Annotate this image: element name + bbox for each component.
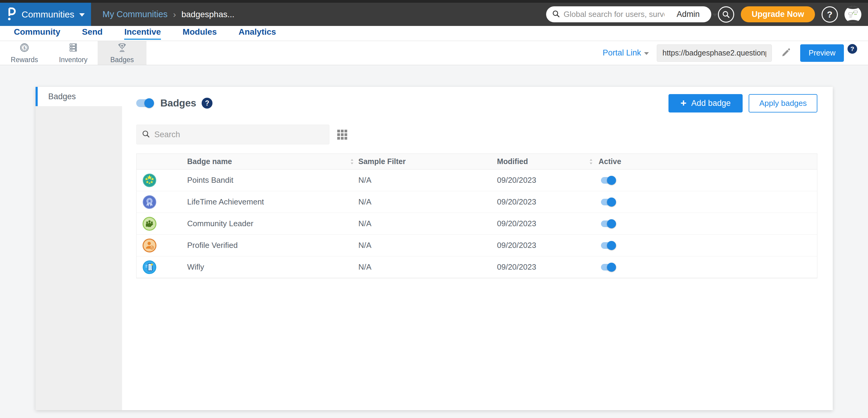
active-toggle[interactable] xyxy=(601,242,615,249)
navbar-right-cluster: Admin Upgrade Now ? xyxy=(546,6,868,23)
edit-url-button[interactable] xyxy=(780,46,792,60)
table-header: Badge name Sample Filter Modified Active xyxy=(136,154,817,170)
search-icon xyxy=(142,130,150,139)
tab-badges[interactable]: Badges xyxy=(98,41,147,65)
badges-card: Badges Badges ? + Add badge Apply badges xyxy=(36,87,833,410)
avatar[interactable] xyxy=(844,6,861,23)
active-toggle[interactable] xyxy=(601,177,615,184)
badges-help-icon[interactable]: ? xyxy=(202,98,213,109)
col-modified[interactable]: Modified xyxy=(497,157,589,166)
portal-link-label: Portal Link xyxy=(603,48,641,58)
phone-star-badge-icon xyxy=(143,260,156,274)
sort-badge-name-icon[interactable] xyxy=(350,158,358,165)
trophy-icon xyxy=(117,42,127,54)
modified-cell: 09/20/2023 xyxy=(497,219,598,228)
badge-name-cell: Community Leader xyxy=(187,219,358,228)
col-badge-name[interactable]: Badge name xyxy=(187,157,350,166)
active-toggle[interactable] xyxy=(601,220,615,227)
table-row-profile-verified[interactable]: Profile Verified N/A 09/20/2023 xyxy=(136,235,817,256)
nav-item-incentive[interactable]: Incentive xyxy=(124,27,161,40)
sample-filter-cell: N/A xyxy=(358,197,497,207)
upgrade-now-button[interactable]: Upgrade Now xyxy=(741,6,815,22)
sample-filter-cell: N/A xyxy=(358,262,497,272)
top-strip xyxy=(0,0,868,3)
global-search-input[interactable] xyxy=(564,10,664,19)
breadcrumb: My Communities › badgesphas... xyxy=(102,9,235,20)
apply-badges-button[interactable]: Apply badges xyxy=(749,94,817,113)
rosette-badge-icon xyxy=(143,195,156,209)
sample-filter-cell: N/A xyxy=(358,176,497,185)
grid-view-button[interactable] xyxy=(337,130,347,140)
badge-name-cell: Profile Verified xyxy=(187,241,358,250)
breadcrumb-my-communities[interactable]: My Communities xyxy=(102,9,167,19)
portal-url-field[interactable] xyxy=(657,44,772,62)
tab-label: Inventory xyxy=(59,56,88,64)
pencil-icon xyxy=(781,47,791,58)
search-icon xyxy=(552,10,560,19)
title-actions: + Add badge Apply badges xyxy=(669,94,817,113)
tab-label: Rewards xyxy=(11,56,38,64)
breadcrumb-current: badgesphas... xyxy=(181,10,235,19)
sample-filter-cell: N/A xyxy=(358,241,497,250)
active-toggle[interactable] xyxy=(601,264,615,271)
portal-link-caret-icon xyxy=(644,52,649,55)
brand-label: Communities xyxy=(22,9,74,20)
sidebar-item-badges[interactable]: Badges xyxy=(36,87,122,106)
badge-name-cell: Points Bandit xyxy=(187,176,358,185)
tab-label: Badges xyxy=(110,56,134,64)
modified-cell: 09/20/2023 xyxy=(497,262,598,272)
portal-link-dropdown[interactable]: Portal Link xyxy=(603,48,649,58)
global-search: Admin xyxy=(546,6,711,22)
search-row xyxy=(136,124,817,145)
top-navbar: Communities My Communities › badgesphas.… xyxy=(0,3,868,26)
toolbar-right: Portal Link Preview ? xyxy=(603,41,868,65)
breadcrumb-chevron-icon: › xyxy=(173,9,176,20)
nav-item-community[interactable]: Community xyxy=(14,27,60,40)
nav-item-analytics[interactable]: Analytics xyxy=(239,27,276,40)
badge-search-input[interactable] xyxy=(154,130,324,139)
table-row-community-leader[interactable]: Community Leader N/A 09/20/2023 xyxy=(136,213,817,235)
modified-cell: 09/20/2023 xyxy=(497,241,598,250)
add-badge-button[interactable]: + Add badge xyxy=(669,94,743,113)
tab-rewards[interactable]: $Rewards xyxy=(0,41,49,65)
grid-icon xyxy=(337,130,347,140)
nav-item-modules[interactable]: Modules xyxy=(183,27,217,40)
sort-modified-icon[interactable] xyxy=(589,158,598,165)
chevron-down-icon xyxy=(79,13,85,17)
card-sidebar: Badges xyxy=(36,87,122,410)
preview-button[interactable]: Preview xyxy=(800,44,844,62)
table-row-points-bandit[interactable]: Points Bandit N/A 09/20/2023 xyxy=(136,170,817,191)
tab-inventory[interactable]: Inventory xyxy=(49,41,98,65)
preview-help-icon[interactable]: ? xyxy=(847,44,857,54)
badges-table: Badge name Sample Filter Modified Active… xyxy=(136,153,817,278)
incentive-toolbar: $RewardsInventoryBadges Portal Link Prev… xyxy=(0,41,868,65)
sample-filter-cell: N/A xyxy=(358,219,497,228)
search-button[interactable] xyxy=(718,6,734,23)
table-row-lifetime-achievement[interactable]: LifeTime Achievement N/A 09/20/2023 xyxy=(136,191,817,213)
badge-search xyxy=(136,124,330,145)
person-check-badge-icon xyxy=(143,239,156,252)
badges-enabled-toggle[interactable] xyxy=(136,99,153,107)
help-button[interactable]: ? xyxy=(822,6,838,23)
plus-icon: + xyxy=(681,98,687,108)
secondary-nav: CommunitySendIncentiveModulesAnalytics xyxy=(0,26,868,41)
title-row: Badges ? + Add badge Apply badges xyxy=(136,94,817,113)
active-toggle[interactable] xyxy=(601,199,615,205)
question-mark-icon: ? xyxy=(827,9,832,20)
admin-dropdown-caret-icon[interactable] xyxy=(712,13,717,17)
stars-badge-icon xyxy=(143,173,156,187)
modified-cell: 09/20/2023 xyxy=(497,176,598,185)
admin-scope-label[interactable]: Admin xyxy=(672,10,705,19)
table-row-wifly[interactable]: Wifly N/A 09/20/2023 xyxy=(136,256,817,278)
col-active: Active xyxy=(598,157,817,166)
badge-name-cell: Wifly xyxy=(187,262,358,272)
questionpro-logo-icon xyxy=(6,7,17,22)
sidebar-empty-area xyxy=(36,106,122,410)
card-main: Badges ? + Add badge Apply badges xyxy=(122,87,833,410)
product-switcher[interactable]: Communities xyxy=(0,3,91,26)
modified-cell: 09/20/2023 xyxy=(497,197,598,207)
badge-name-cell: LifeTime Achievement xyxy=(187,197,358,207)
page-title: Badges xyxy=(160,97,196,109)
stack-icon xyxy=(68,42,79,54)
nav-item-send[interactable]: Send xyxy=(82,27,102,40)
